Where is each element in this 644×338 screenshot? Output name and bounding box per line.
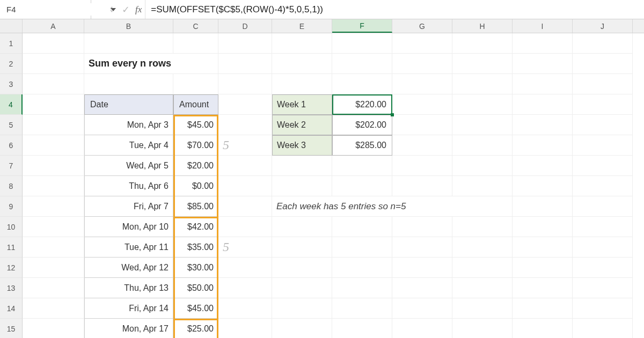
table-cell-date-9[interactable]: Fri, Apr 14 [84, 298, 173, 319]
cell-i11[interactable] [513, 237, 573, 258]
cell-g13[interactable] [392, 278, 452, 298]
cell-h4[interactable] [452, 94, 513, 115]
row-header-2[interactable]: 2 [0, 54, 23, 74]
cell-h7[interactable] [452, 156, 513, 176]
cell-b1[interactable] [84, 33, 173, 54]
cell-a2[interactable] [23, 54, 84, 74]
cell-j6[interactable] [573, 135, 633, 156]
cell-g4[interactable] [392, 94, 452, 115]
table-cell-amount-0[interactable]: $45.00 [173, 115, 218, 135]
fx-icon[interactable]: fx [134, 0, 145, 19]
cell-i2[interactable] [513, 54, 573, 74]
cell-i4[interactable] [513, 94, 573, 115]
cell-i13[interactable] [513, 278, 573, 298]
cell-j3[interactable] [573, 74, 633, 94]
cell-h13[interactable] [452, 278, 513, 298]
cell-e11[interactable] [272, 237, 332, 258]
col-header-j[interactable]: J [573, 19, 633, 33]
col-header-e[interactable]: E [272, 19, 332, 33]
cell-c3[interactable] [173, 74, 218, 94]
cell-g5[interactable] [392, 115, 452, 135]
cell-f10[interactable] [332, 217, 392, 237]
cell-h15[interactable] [452, 319, 513, 338]
table-cell-amount-2[interactable]: $20.00 [173, 156, 218, 176]
cell-g8[interactable] [392, 176, 452, 196]
table-cell-amount-10[interactable]: $25.00 [173, 319, 218, 338]
table-header-date[interactable]: Date [84, 94, 173, 115]
name-box-wrap[interactable] [0, 0, 91, 19]
note-text[interactable]: Each week has 5 entries so n=5 [272, 196, 513, 217]
page-title[interactable]: Sum every n rows [84, 54, 218, 74]
row-header-11[interactable]: 11 [0, 237, 23, 258]
summary-label-week2[interactable]: Week 2 [272, 115, 332, 135]
cell-d10[interactable] [218, 217, 272, 237]
row-header-5[interactable]: 5 [0, 115, 23, 135]
cell-i9[interactable] [513, 196, 573, 217]
cell-h1[interactable] [452, 33, 513, 54]
cell-j2[interactable] [573, 54, 633, 74]
cell-d11[interactable]: 5 [218, 237, 272, 258]
cell-a7[interactable] [23, 156, 84, 176]
cell-h10[interactable] [452, 217, 513, 237]
table-cell-amount-9[interactable]: $45.00 [173, 298, 218, 319]
cell-a6[interactable] [23, 135, 84, 156]
cell-g2[interactable] [392, 54, 452, 74]
cell-g12[interactable] [392, 258, 452, 278]
cell-a3[interactable] [23, 74, 84, 94]
cell-f3[interactable] [332, 74, 392, 94]
cell-d6[interactable]: 5 [218, 135, 272, 156]
cell-i7[interactable] [513, 156, 573, 176]
cell-d15[interactable] [218, 319, 272, 338]
cell-h12[interactable] [452, 258, 513, 278]
table-cell-date-2[interactable]: Wed, Apr 5 [84, 156, 173, 176]
cell-g15[interactable] [392, 319, 452, 338]
cell-i12[interactable] [513, 258, 573, 278]
cell-f15[interactable] [332, 319, 392, 338]
table-cell-date-10[interactable]: Mon, Apr 17 [84, 319, 173, 338]
cell-a10[interactable] [23, 217, 84, 237]
row-header-14[interactable]: 14 [0, 298, 23, 319]
row-header-13[interactable]: 13 [0, 278, 23, 298]
row-header-15[interactable]: 15 [0, 319, 23, 338]
chevron-down-icon[interactable] [111, 8, 116, 11]
cell-h14[interactable] [452, 298, 513, 319]
cell-g6[interactable] [392, 135, 452, 156]
cell-i3[interactable] [513, 74, 573, 94]
cell-e3[interactable] [272, 74, 332, 94]
cell-j12[interactable] [573, 258, 633, 278]
cell-e14[interactable] [272, 298, 332, 319]
cell-j5[interactable] [573, 115, 633, 135]
col-header-i[interactable]: I [513, 19, 573, 33]
worksheet-grid[interactable]: 1 2 Sum every n rows 3 4 Date Amount Wee… [0, 33, 644, 338]
table-cell-amount-4[interactable]: $85.00 [173, 196, 218, 217]
cell-e15[interactable] [272, 319, 332, 338]
row-header-7[interactable]: 7 [0, 156, 23, 176]
name-box[interactable] [4, 3, 111, 16]
cell-a8[interactable] [23, 176, 84, 196]
col-header-c[interactable]: C [173, 19, 218, 33]
cell-h6[interactable] [452, 135, 513, 156]
select-all-corner[interactable] [0, 19, 23, 33]
cell-f7[interactable] [332, 156, 392, 176]
cell-j1[interactable] [573, 33, 633, 54]
cell-d8[interactable] [218, 176, 272, 196]
row-header-6[interactable]: 6 [0, 135, 23, 156]
cell-g7[interactable] [392, 156, 452, 176]
cell-a15[interactable] [23, 319, 84, 338]
row-header-4[interactable]: 4 [0, 94, 23, 115]
row-header-1[interactable]: 1 [0, 33, 23, 54]
table-cell-date-5[interactable]: Mon, Apr 10 [84, 217, 173, 237]
cell-e13[interactable] [272, 278, 332, 298]
cell-c1[interactable] [173, 33, 218, 54]
table-cell-date-8[interactable]: Thu, Apr 13 [84, 278, 173, 298]
table-cell-amount-5[interactable]: $42.00 [173, 217, 218, 237]
cell-j8[interactable] [573, 176, 633, 196]
row-header-10[interactable]: 10 [0, 217, 23, 237]
cell-d1[interactable] [218, 33, 272, 54]
cell-d13[interactable] [218, 278, 272, 298]
col-header-d[interactable]: D [218, 19, 272, 33]
table-cell-amount-6[interactable]: $35.00 [173, 237, 218, 258]
row-header-9[interactable]: 9 [0, 196, 23, 217]
cell-h8[interactable] [452, 176, 513, 196]
table-cell-date-4[interactable]: Fri, Apr 7 [84, 196, 173, 217]
